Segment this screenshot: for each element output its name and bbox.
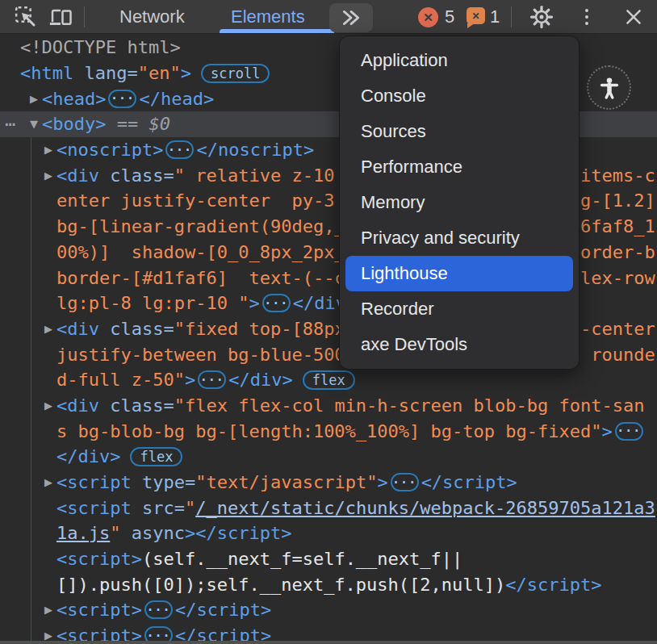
code-segment-attr: type= xyxy=(132,472,195,492)
dom-line[interactable]: d-full z-50">···</div>flex xyxy=(0,367,657,393)
code-segment-val: " xyxy=(110,523,120,543)
code-segment-link: 1a.js xyxy=(56,523,110,543)
dom-line[interactable]: <script>(self.__next_f=self.__next_f|| xyxy=(0,546,657,572)
code-segment-tag: <div xyxy=(56,165,99,186)
code-segment-tag: <script xyxy=(56,472,132,492)
code-segment-attr: class= xyxy=(99,319,174,339)
expand-arrow-icon[interactable]: ▶ xyxy=(41,144,56,156)
tab-network[interactable]: Network xyxy=(119,0,185,34)
selected-tab-indicator xyxy=(220,29,334,33)
code-segment-tag: <div xyxy=(56,319,99,339)
chevron-double-right-icon xyxy=(341,7,362,28)
code-segment-eq: == xyxy=(106,114,149,134)
expand-arrow-icon[interactable]: ▶ xyxy=(41,169,56,182)
expand-ellipsis-button[interactable]: ··· xyxy=(144,600,173,619)
toolbar-separator xyxy=(511,6,512,27)
code-segment-attr: src= xyxy=(132,498,185,518)
dom-line[interactable]: <script src="/_next/static/chunks/webpac… xyxy=(0,495,657,521)
inspect-icon xyxy=(14,5,38,29)
code-segment-val: "text/javascript" xyxy=(195,472,377,492)
menu-item-console[interactable]: Console xyxy=(340,78,579,114)
code-segment-tag: > xyxy=(249,293,259,313)
menu-item-lighthouse[interactable]: Lighthouse xyxy=(345,256,573,291)
more-tabs-button[interactable] xyxy=(329,3,373,32)
expand-ellipsis-button[interactable]: ··· xyxy=(198,370,226,389)
expand-ellipsis-button[interactable]: ··· xyxy=(615,422,643,441)
code-segment-val: lg:pl-8 lg:pr-10 " xyxy=(56,293,249,313)
devtools-menu: ApplicationConsoleSourcesPerformanceMemo… xyxy=(339,36,580,370)
menu-item-recorder[interactable]: Recorder xyxy=(340,291,579,327)
menu-item-performance[interactable]: Performance xyxy=(340,149,579,185)
collapse-arrow-icon[interactable]: ▼ xyxy=(27,118,41,130)
code-segment-tag: > xyxy=(377,472,387,492)
code-segment-tag: </script> xyxy=(175,600,271,620)
dom-line[interactable]: []).push([0]);self.__next_f.push([2,null… xyxy=(0,571,657,597)
menu-item-application[interactable]: Application xyxy=(340,43,579,78)
dom-line[interactable]: </div>flex xyxy=(0,444,657,470)
flex-badge[interactable]: flex xyxy=(130,447,182,466)
expand-arrow-icon[interactable]: ▶ xyxy=(41,399,56,412)
close-icon xyxy=(623,6,644,27)
dom-line[interactable]: ▶<script type="text/javascript">···</scr… xyxy=(0,470,657,496)
code-segment-txt: (self.__next_f=self.__next_f|| xyxy=(142,549,462,569)
code-segment-tag: <script> xyxy=(56,549,142,569)
code-segment-tag: </script> xyxy=(421,472,517,492)
code-segment-tag: > xyxy=(602,421,613,441)
dot xyxy=(585,22,588,25)
menu-item-axe-devtools[interactable]: axe DevTools xyxy=(340,327,579,362)
expand-ellipsis-button[interactable]: ··· xyxy=(165,140,194,159)
menu-item-privacy-and-security[interactable]: Privacy and security xyxy=(340,220,579,256)
devtools-window: Network Elements ✕ 5 ✕ 1 xyxy=(0,0,657,644)
expand-ellipsis-button[interactable]: ··· xyxy=(391,473,419,491)
issue-count[interactable]: 1 xyxy=(490,0,500,34)
expand-arrow-icon[interactable]: ▶ xyxy=(41,629,56,642)
panel-divider[interactable] xyxy=(0,641,657,644)
code-segment-tag: ></script> xyxy=(185,523,291,543)
dom-line[interactable]: ▶<script>···</script> xyxy=(0,597,657,623)
dot xyxy=(585,9,588,12)
code-segment-val: "en" xyxy=(138,63,181,83)
expand-arrow-icon[interactable]: ▶ xyxy=(41,323,56,335)
code-segment-txt: []).push([0]);self.__next_f.push([2,null… xyxy=(56,575,505,595)
accessibility-overlay-button[interactable] xyxy=(587,65,631,110)
expand-arrow-icon[interactable]: ▶ xyxy=(41,476,56,488)
code-segment-tag: </div> xyxy=(228,370,292,390)
toolbar-separator xyxy=(84,6,85,27)
settings-button[interactable] xyxy=(528,0,555,34)
gear-icon xyxy=(529,5,554,29)
code-segment-tag: <script> xyxy=(56,600,142,620)
expand-ellipsis-button[interactable]: ··· xyxy=(108,90,136,108)
code-segment-tag: </head> xyxy=(139,89,214,109)
dom-line[interactable]: 1a.js" async></script> xyxy=(0,521,657,546)
dom-line[interactable]: s bg-blob-bg bg-[length:100%_100%] bg-to… xyxy=(0,418,657,444)
code-segment-tag: > xyxy=(185,370,195,390)
device-toolbar-icon xyxy=(48,5,73,29)
expand-ellipsis-button[interactable]: ··· xyxy=(262,294,291,312)
code-segment-tag: > xyxy=(181,63,191,83)
code-segment-val: " xyxy=(185,498,195,518)
flex-badge[interactable]: flex xyxy=(303,370,355,390)
close-devtools-button[interactable] xyxy=(620,0,647,34)
expand-arrow-icon[interactable]: ▶ xyxy=(41,604,56,616)
dot xyxy=(585,15,588,19)
menu-item-sources[interactable]: Sources xyxy=(340,114,579,149)
inspect-element-button[interactable] xyxy=(11,0,40,34)
code-segment-attr: class= xyxy=(99,395,174,416)
devtools-toolbar: Network Elements ✕ 5 ✕ 1 xyxy=(0,0,657,34)
code-segment-link: /_next/static/chunks/webpack-26859705a12… xyxy=(195,498,655,518)
error-icon: ✕ xyxy=(418,7,438,27)
dom-line[interactable]: ▶<div class="flex flex-col min-h-screen … xyxy=(0,393,657,419)
code-segment-attr: lang= xyxy=(73,63,137,83)
gutter-dots-icon[interactable]: ⋯ xyxy=(5,114,16,134)
code-segment-tag: </div> xyxy=(56,446,120,466)
code-segment-gray: <!DOCTYPE html> xyxy=(20,37,181,57)
code-segment-tag: </script> xyxy=(505,575,601,595)
error-count[interactable]: 5 xyxy=(445,0,454,34)
scroll-badge[interactable]: scroll xyxy=(201,64,270,83)
device-toolbar-button[interactable] xyxy=(45,0,76,34)
more-options-button[interactable] xyxy=(575,0,599,34)
expand-arrow-icon[interactable]: ▶ xyxy=(27,93,41,105)
code-segment-attr: class= xyxy=(99,165,174,186)
code-segment-tag: <body> xyxy=(42,114,106,134)
menu-item-memory[interactable]: Memory xyxy=(340,185,579,220)
